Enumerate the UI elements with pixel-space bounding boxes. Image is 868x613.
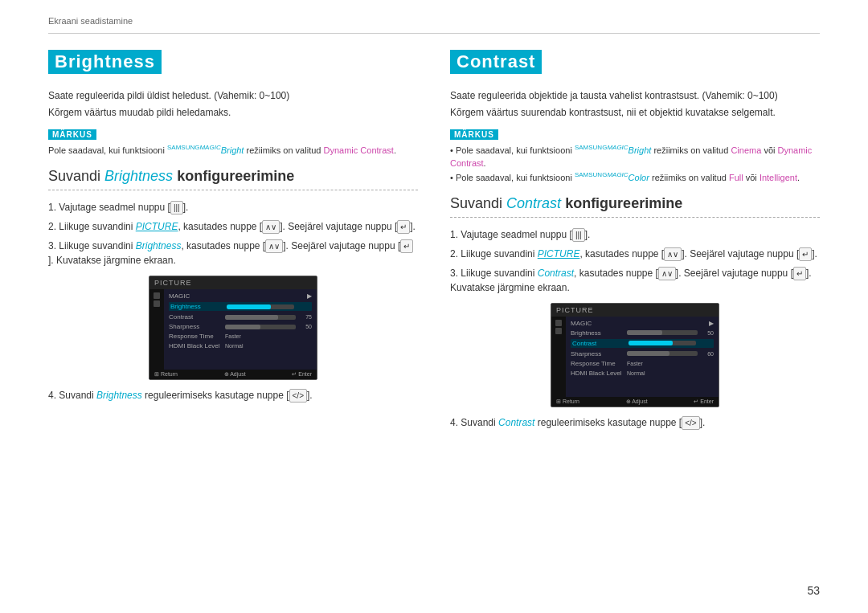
- contrast-step1: 1. Vajutage seadmel nuppu [|||].: [450, 227, 820, 242]
- page: Ekraani seadistamine Brightness Saate re…: [0, 0, 868, 613]
- right-step2-picture: PICTURE: [538, 248, 580, 260]
- contrast-markus-box: MÄRKUS • Pole saadaval, kui funktsiooni …: [450, 128, 820, 184]
- right-screen-row-response: Response Time Faster: [571, 360, 714, 367]
- subtitle-contrast-post: konfigureerimine: [565, 195, 682, 211]
- contrast-step2: 2. Liikuge suvandini PICTURE, kasutades …: [450, 247, 820, 261]
- brightness-markus-box: MÄRKUS Pole saadaval, kui funktsiooni SA…: [48, 128, 418, 157]
- step4-brightness: Brightness: [96, 390, 142, 401]
- right-step3-contrast: Contrast: [538, 268, 574, 279]
- right-screen-row-sharpness: Sharpness 60: [571, 350, 714, 358]
- screen-sidebar: [149, 289, 164, 376]
- step3-nav-icon: ∧∨: [265, 239, 283, 253]
- sidebar-dot: [555, 320, 562, 326]
- brightness-screen: PICTURE MAGIC ▶ Brightness: [149, 276, 317, 380]
- contrast-markus-label: MÄRKUS: [450, 129, 498, 140]
- right-step3-nav: ∧∨: [658, 267, 676, 280]
- contrast-screen: PICTURE MAGIC ▶ Brightness: [551, 303, 719, 407]
- right-screen-main: MAGIC ▶ Brightness 50 Contrast: [566, 317, 719, 403]
- screen-row-brightness: Brightness: [169, 302, 312, 311]
- contrast-subtitle: Suvandi Contrast konfigureerimine: [450, 195, 820, 218]
- brightness-markus-text: Pole saadaval, kui funktsiooni SAMSUNGMA…: [48, 143, 418, 157]
- step3-brightness: Brightness: [136, 240, 182, 251]
- subtitle-blue: Brightness: [104, 168, 173, 184]
- screen-body: MAGIC ▶ Brightness Contrast 75: [149, 289, 317, 376]
- right-screen-body: MAGIC ▶ Brightness 50 Contrast: [551, 317, 719, 403]
- right-step2-nav: ∧∨: [664, 247, 682, 261]
- brightness-section-title: Brightness: [48, 50, 162, 74]
- contrast-column: Contrast Saate reguleerida objektide ja …: [450, 50, 820, 430]
- screen-row-hdmi: HDMI Black Level Normal: [169, 342, 312, 349]
- subtitle-post: konfigureerimine: [177, 168, 294, 184]
- screen-row-magic: MAGIC ▶: [169, 292, 312, 300]
- contrast-step4: 4. Suvandi Contrast reguleerimiseks kasu…: [450, 415, 820, 430]
- step2-nav-icon: ∧∨: [262, 220, 280, 234]
- right-step1-icon: |||: [572, 228, 585, 242]
- step2-picture: PICTURE: [136, 221, 178, 232]
- brightness-title: Brightness: [48, 50, 418, 88]
- contrast-markus-line1: • Pole saadaval, kui funktsiooni SAMSUNG…: [450, 143, 820, 170]
- subtitle-pre: Suvandi: [48, 168, 100, 184]
- step3-enter-icon: ↵: [400, 239, 413, 253]
- screen-row-sharpness: Sharpness 50: [169, 323, 312, 330]
- contrast-title: Contrast: [450, 50, 820, 88]
- brightness-markus-label: MÄRKUS: [48, 129, 96, 140]
- sidebar-dot: [555, 328, 562, 334]
- brightness-column: Brightness Saate reguleerida pildi üldis…: [48, 50, 418, 430]
- top-bar: Ekraani seadistamine: [48, 0, 820, 34]
- brightness-step1: 1. Vajutage seadmel nuppu [|||].: [48, 200, 418, 215]
- markus-mode: režiimiks on valitud: [247, 145, 321, 155]
- screen-main: MAGIC ▶ Brightness Contrast 75: [164, 289, 317, 376]
- right-screen-row-brightness: Brightness 50: [571, 329, 714, 337]
- screen-row-contrast: Contrast 75: [169, 313, 312, 321]
- brightness-step3: 3. Liikuge suvandini Brightness, kasutad…: [48, 239, 418, 268]
- right-step2-enter: ↵: [799, 247, 812, 261]
- contrast-steps: 1. Vajutage seadmel nuppu [|||]. 2. Liik…: [450, 227, 820, 295]
- contrast-desc1: Saate reguleerida objektide ja tausta va…: [450, 88, 820, 103]
- contrast-step3: 3. Liikuge suvandini Contrast, kasutades…: [450, 266, 820, 295]
- screen-header: PICTURE: [149, 276, 317, 289]
- markus-highlight: Dynamic Contrast: [323, 145, 393, 155]
- step1-icon: |||: [170, 201, 183, 215]
- markus-period: .: [394, 145, 396, 155]
- right-screen-row-contrast: Contrast: [571, 339, 714, 348]
- right-screen-sidebar: [551, 317, 566, 403]
- contrast-markus-line2: • Pole saadaval, kui funktsiooni SAMSUNG…: [450, 170, 820, 184]
- markus-magic: MAGIC: [199, 144, 220, 151]
- contrast-desc2: Kõrgem väärtus suurendab kontrastsust, n…: [450, 105, 820, 120]
- screen-footer: ⊞ Return ⊕ Adjust ↵ Enter: [149, 370, 317, 379]
- brightness-desc1: Saate reguleerida pildi üldist heledust.…: [48, 88, 418, 103]
- contrast-section-title: Contrast: [450, 50, 542, 74]
- brightness-step2: 2. Liikuge suvandini PICTURE, kasutades …: [48, 219, 418, 234]
- right-screen-header: PICTURE: [551, 304, 719, 317]
- sidebar-dot: [154, 292, 160, 299]
- brightness-desc2: Kõrgem väärtus muudab pildi heledamaks.: [48, 105, 418, 120]
- brightness-steps: 1. Vajutage seadmel nuppu [|||]. 2. Liik…: [48, 200, 418, 268]
- step4-icon: </>: [289, 389, 307, 403]
- brightness-step4: 4. Suvandi Brightness reguleerimiseks ka…: [48, 388, 418, 403]
- right-screen-row-hdmi: HDMI Black Level Normal: [571, 370, 714, 377]
- step2-enter-icon: ↵: [397, 220, 410, 234]
- right-step4-contrast: Contrast: [498, 417, 534, 428]
- markus-pre: Pole saadaval, kui funktsiooni: [48, 145, 165, 155]
- page-number: 53: [807, 584, 820, 597]
- sidebar-dot: [154, 300, 160, 307]
- right-screen-footer: ⊞ Return ⊕ Adjust ↵ Enter: [551, 397, 719, 407]
- breadcrumb: Ekraani seadistamine: [48, 16, 133, 26]
- screen-row-response: Response Time Faster: [169, 333, 312, 340]
- right-screen-row-magic: MAGIC ▶: [571, 320, 714, 327]
- brightness-subtitle: Suvandi Brightness konfigureerimine: [48, 168, 418, 190]
- main-content: Brightness Saate reguleerida pildi üldis…: [48, 50, 820, 430]
- right-step3-enter: ↵: [793, 267, 806, 280]
- markus-bright: Bright: [221, 145, 244, 155]
- subtitle-contrast-blue: Contrast: [506, 195, 561, 211]
- right-step4-icon: </>: [682, 416, 699, 430]
- markus-samsung: SAMSUNG: [167, 144, 199, 151]
